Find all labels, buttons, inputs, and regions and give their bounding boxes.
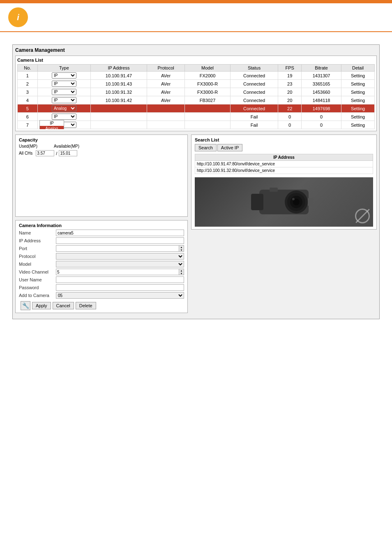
search-col-ip: IP Address: [195, 154, 373, 161]
cell-detail[interactable]: Setting: [341, 104, 375, 113]
header: i: [0, 3, 392, 32]
cell-model: [185, 121, 231, 129]
info-row-name: Name: [19, 230, 184, 236]
cell-bitrate: 0: [302, 121, 341, 129]
top-orange-bar: [0, 0, 392, 3]
cell-detail[interactable]: Setting: [341, 88, 375, 96]
cell-detail[interactable]: Setting: [341, 72, 375, 80]
cell-bitrate: 1453660: [302, 88, 341, 96]
cell-ip: 10.100.91.32: [90, 88, 147, 96]
cancel-button[interactable]: Cancel: [53, 302, 74, 309]
info-row-add-to-camera: Add to Camera 05: [19, 292, 184, 299]
camera-table-wrapper[interactable]: No. Type IP Address Protocol Model Statu…: [17, 64, 375, 129]
capacity-section: Capacity Used(MP) Available(MP) All CHs …: [15, 135, 188, 217]
type-select[interactable]: IPAnalogID: [52, 72, 76, 79]
type-dropdown-item[interactable]: IP: [40, 121, 64, 126]
all-chs-label: All CHs: [19, 151, 32, 155]
cell-ip: 10.100.91.42: [90, 96, 147, 104]
table-row[interactable]: 5IPAnalogIDConnected221497698Setting: [18, 104, 375, 113]
cell-fps: 20: [278, 96, 302, 104]
settings-icon-button[interactable]: 🔧: [21, 301, 30, 310]
search-result-table: IP Address http://10.100.91.47:80/onvif/…: [195, 154, 373, 174]
cell-ip: [90, 104, 147, 113]
input-ip[interactable]: [56, 237, 184, 244]
cell-detail[interactable]: Setting: [341, 96, 375, 104]
table-row[interactable]: 1IPAnalogID10.100.91.47AVerFX2000Connect…: [18, 72, 375, 80]
available-input[interactable]: [59, 150, 77, 156]
col-protocol: Protocol: [147, 65, 184, 72]
protocol-select[interactable]: [56, 253, 184, 260]
input-username[interactable]: [56, 276, 184, 283]
label-model: Model: [19, 262, 56, 267]
info-row-password: Password: [19, 284, 184, 291]
search-button[interactable]: Search: [195, 144, 217, 151]
vc-up-btn[interactable]: ▲: [179, 269, 184, 272]
col-model: Model: [185, 65, 231, 72]
port-down-btn[interactable]: ▼: [179, 248, 184, 251]
camera-preview: [195, 177, 373, 227]
cell-detail[interactable]: Setting: [341, 113, 375, 121]
right-panel: Search List Search Active IP IP Address: [191, 135, 377, 316]
cell-no: 1: [18, 72, 38, 80]
cell-bitrate: 3365165: [302, 80, 341, 88]
cell-type: IPAnalogID: [37, 96, 90, 104]
active-ip-button[interactable]: Active IP: [217, 144, 242, 151]
camera-table: No. Type IP Address Protocol Model Statu…: [17, 64, 375, 129]
left-panel: Capacity Used(MP) Available(MP) All CHs …: [15, 135, 188, 316]
cell-protocol: AVer: [147, 80, 184, 88]
svg-rect-7: [270, 188, 278, 192]
cell-status: Fail: [230, 113, 278, 121]
type-dropdown-item[interactable]: Analog: [40, 126, 64, 129]
delete-button[interactable]: Delete: [76, 302, 96, 309]
label-video-channel: Video Channel: [19, 269, 56, 274]
used-input[interactable]: [36, 150, 54, 156]
type-select[interactable]: IPAnalogID: [52, 114, 76, 120]
table-row[interactable]: 4IPAnalogID10.100.91.42AVerFB3027Connect…: [18, 96, 375, 104]
label-username: User Name: [19, 277, 56, 282]
search-result-row[interactable]: http://10.100.91.47:80/onvif/device_serv…: [195, 161, 373, 167]
cell-protocol: [147, 113, 184, 121]
video-channel-input[interactable]: [56, 269, 179, 275]
vc-down-btn[interactable]: ▼: [179, 272, 184, 275]
col-detail: Detail: [341, 65, 375, 72]
cell-detail[interactable]: Setting: [341, 121, 375, 129]
search-results-wrapper[interactable]: IP Address http://10.100.91.47:80/onvif/…: [195, 154, 373, 176]
cell-no: 5: [18, 104, 38, 113]
cell-model: FX3000-R: [185, 80, 231, 88]
table-row[interactable]: 2IPAnalogID10.100.91.43AVerFX3000-RConne…: [18, 80, 375, 88]
cell-model: FB3027: [185, 96, 231, 104]
port-input[interactable]: [56, 246, 179, 251]
search-result-url: http://10.100.91.47:80/onvif/device_serv…: [195, 161, 373, 167]
table-row[interactable]: 7IPAnalogIDFail00Setting: [18, 121, 375, 129]
type-select[interactable]: IPAnalogID: [52, 81, 76, 87]
add-to-camera-select[interactable]: 05: [56, 292, 184, 299]
type-select[interactable]: IPAnalogID: [52, 89, 76, 95]
search-result-row[interactable]: http://10.100.91.32:80/onvif/device_serv…: [195, 167, 373, 174]
cell-fps: 20: [278, 88, 302, 96]
model-select[interactable]: [56, 261, 184, 267]
cell-type: IPAnalogID: [37, 72, 90, 80]
cell-protocol: [147, 104, 184, 113]
cell-fps: 19: [278, 72, 302, 80]
table-row[interactable]: 3IPAnalogID10.100.91.32AVerFX3000-RConne…: [18, 88, 375, 96]
bottom-panels: Capacity Used(MP) Available(MP) All CHs …: [15, 135, 377, 316]
type-select[interactable]: IPAnalogID: [52, 97, 76, 103]
cell-bitrate: 1484118: [302, 96, 341, 104]
video-channel-spinner: ▲ ▼: [56, 269, 184, 275]
cell-status: Fail: [230, 121, 278, 129]
type-select-selected[interactable]: IPAnalogID: [52, 105, 76, 111]
label-add-to-camera: Add to Camera: [19, 293, 56, 298]
label-password: Password: [19, 285, 56, 290]
svg-rect-8: [308, 198, 314, 206]
apply-button[interactable]: Apply: [32, 302, 51, 309]
input-password[interactable]: [56, 284, 184, 291]
input-name[interactable]: [56, 230, 184, 236]
info-row-ip: IP Address: [19, 237, 184, 244]
col-no: No.: [18, 65, 38, 72]
table-row[interactable]: 6IPAnalogIDIPAnalogFail00Setting: [18, 113, 375, 121]
main-content: Camera Management Camera List No. Type I…: [0, 32, 392, 327]
cell-no: 3: [18, 88, 38, 96]
port-up-btn[interactable]: ▲: [179, 246, 184, 248]
capacity-row: All CHs /: [19, 150, 184, 156]
cell-detail[interactable]: Setting: [341, 80, 375, 88]
